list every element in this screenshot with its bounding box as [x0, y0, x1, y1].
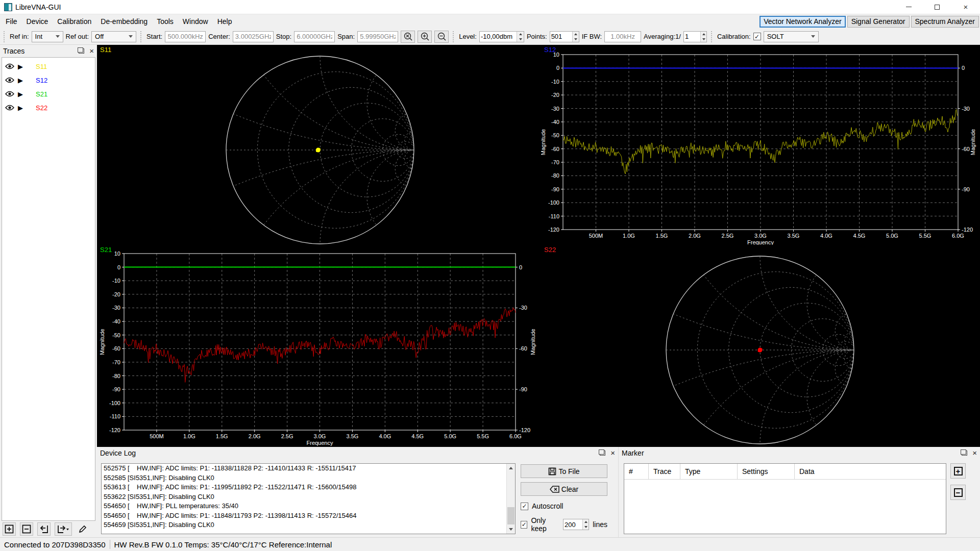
add-marker-button[interactable]: + [950, 463, 966, 479]
toolbar-grip[interactable] [711, 31, 713, 42]
stop-frequency-field[interactable] [294, 31, 335, 42]
level-value[interactable] [480, 32, 517, 42]
spin-down-icon[interactable] [701, 37, 706, 42]
toolbar-grip[interactable] [140, 31, 142, 42]
autoscroll-checkbox[interactable]: ✓ [521, 503, 528, 510]
scroll-up-icon[interactable] [507, 464, 515, 472]
averaging-value[interactable] [684, 32, 700, 42]
toolbar-grip[interactable] [4, 31, 6, 42]
app-icon [4, 3, 12, 11]
close-button[interactable]: × [951, 0, 980, 14]
trace-label: S21 [36, 90, 47, 98]
points-value[interactable] [550, 32, 573, 42]
trace-row-s12[interactable]: ▶S12 [2, 73, 95, 87]
s21-plot-chart[interactable]: 100-10-20-30-40-50-60-70-80-90-100-110-1… [97, 245, 541, 447]
spin-down-icon[interactable] [517, 37, 524, 42]
play-icon[interactable]: ▶ [18, 104, 23, 112]
trace-row-s22[interactable]: ▶S22 [2, 101, 95, 115]
keep-lines-value[interactable] [564, 519, 582, 530]
edit-trace-button[interactable] [76, 522, 89, 536]
spin-down-icon[interactable] [573, 37, 578, 42]
eye-icon[interactable] [5, 63, 14, 71]
spin-up-icon[interactable] [573, 32, 578, 37]
import-trace-button[interactable] [37, 522, 51, 536]
play-icon[interactable]: ▶ [18, 77, 23, 84]
mode-button-vector-network-analyzer[interactable]: Vector Network Analyzer [760, 16, 846, 28]
svg-text:-70: -70 [112, 359, 120, 365]
s11-smith-chart[interactable]: S11 [97, 45, 541, 245]
span-frequency-field[interactable] [357, 31, 398, 42]
mode-button-signal-generator[interactable]: Signal Generator [847, 16, 910, 28]
close-panel-icon[interactable]: × [972, 450, 977, 456]
keep-lines-spinbox[interactable] [563, 519, 589, 530]
play-icon[interactable]: ▶ [18, 63, 23, 70]
spin-up-icon[interactable] [583, 519, 589, 524]
center-label: Center: [208, 33, 230, 40]
menu-item-window[interactable]: Window [178, 15, 213, 28]
calibration-checkbox[interactable]: ✓ [753, 33, 761, 40]
center-frequency-field[interactable] [233, 31, 274, 42]
zoom-reset-button[interactable] [401, 31, 415, 43]
menu-item-deembedding[interactable]: De-embedding [96, 15, 152, 28]
window-title: LibreVNA-GUI [15, 3, 61, 11]
start-frequency-field[interactable] [165, 31, 206, 42]
marker-table[interactable]: #TraceTypeSettingsData [624, 463, 946, 534]
menu-item-tools[interactable]: Tools [152, 15, 178, 28]
svg-text:500M: 500M [589, 233, 603, 239]
log-clear-button[interactable]: Clear [521, 482, 607, 496]
autoscroll-label: Autoscroll [532, 502, 563, 510]
s22-smith-chart[interactable]: S22 [541, 245, 980, 447]
mode-button-spectrum-analyzer[interactable]: Spectrum Analyzer [911, 16, 979, 28]
ifbw-field[interactable] [604, 31, 641, 42]
log-line: 552575 [ HW,INF]: ADC limits: P1: -11838… [102, 464, 515, 473]
zoom-out-button[interactable] [434, 31, 449, 43]
menu-item-file[interactable]: File [1, 15, 22, 28]
connection-status: Connected to 207D398D3350 [0, 540, 106, 549]
menu-item-help[interactable]: Help [213, 15, 237, 28]
s12-plot-chart[interactable]: 100-10-20-30-40-50-60-70-80-90-100-110-1… [541, 45, 980, 245]
export-trace-button[interactable] [55, 522, 72, 536]
eye-icon[interactable] [5, 104, 14, 112]
ref-out-combobox[interactable]: Off [91, 31, 136, 42]
trace-row-s11[interactable]: ▶S11 [2, 60, 95, 73]
add-trace-button[interactable] [3, 522, 16, 536]
log-to-file-button[interactable]: To File [521, 464, 607, 478]
level-spinbox[interactable] [479, 31, 524, 42]
zoom-reset-icon [404, 32, 412, 41]
float-panel-icon[interactable] [962, 450, 967, 456]
close-panel-icon[interactable]: × [89, 48, 94, 54]
toolbar-grip[interactable] [453, 31, 455, 42]
play-icon[interactable]: ▶ [18, 90, 23, 98]
menu-item-calibration[interactable]: Calibration [53, 15, 96, 28]
remove-marker-button[interactable]: − [950, 485, 966, 500]
log-scrollbar[interactable] [506, 464, 515, 534]
spin-up-icon[interactable] [517, 32, 524, 37]
eye-icon[interactable] [5, 77, 14, 85]
spin-up-icon[interactable] [701, 32, 706, 37]
zoom-in-button[interactable] [418, 31, 432, 43]
scrollbar-thumb[interactable] [507, 507, 514, 524]
scroll-down-icon[interactable] [507, 525, 515, 534]
svg-text:500M: 500M [150, 433, 164, 439]
trace-row-s21[interactable]: ▶S21 [2, 87, 95, 101]
close-panel-icon[interactable]: × [610, 450, 615, 456]
remove-trace-button[interactable] [20, 522, 33, 536]
device-log-list[interactable]: 552575 [ HW,INF]: ADC limits: P1: -11838… [101, 463, 516, 534]
stop-label: Stop: [276, 33, 291, 40]
float-panel-icon[interactable] [79, 48, 84, 54]
svg-text:1.5G: 1.5G [216, 433, 228, 439]
spin-down-icon[interactable] [583, 524, 589, 530]
averaging-spinbox[interactable] [683, 31, 707, 42]
calibration-combobox[interactable]: SOLT [764, 31, 819, 42]
eye-icon[interactable] [5, 90, 14, 98]
ref-in-combobox[interactable]: Int [32, 31, 63, 42]
smith-grid [541, 245, 980, 447]
ref-out-value: Off [95, 33, 104, 40]
points-spinbox[interactable] [550, 31, 579, 42]
float-panel-icon[interactable] [600, 450, 605, 456]
only-keep-checkbox[interactable]: ✓ [521, 521, 527, 529]
menu-item-device[interactable]: Device [22, 15, 53, 28]
mode-button-group: Vector Network AnalyzerSignal GeneratorS… [760, 16, 980, 28]
maximize-button[interactable] [923, 0, 951, 14]
minimize-button[interactable] [894, 0, 923, 14]
